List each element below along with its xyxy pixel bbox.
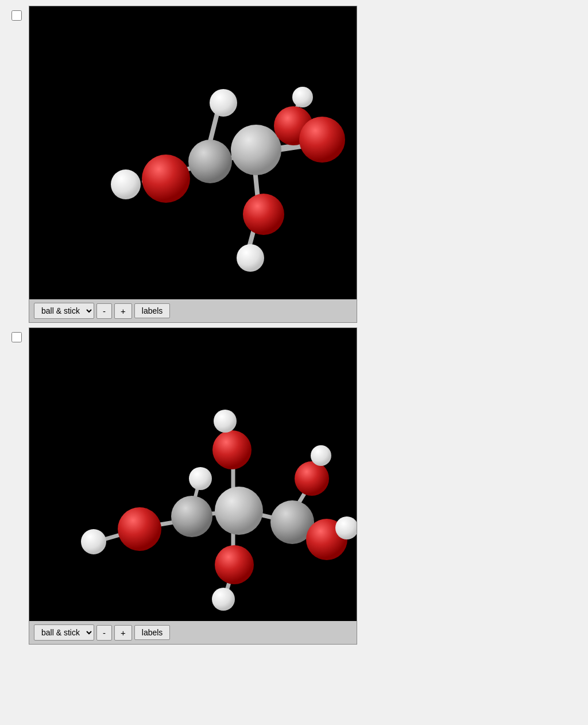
molecule-1-zoom-minus[interactable]: - — [96, 303, 112, 319]
molecule-1-controls: ball & stick spacefill stick wireframe -… — [29, 299, 357, 322]
svg-point-35 — [215, 487, 263, 535]
molecule-2-controls: ball & stick spacefill stick wireframe -… — [29, 621, 357, 644]
svg-point-32 — [118, 507, 161, 551]
molecule-1-checkbox[interactable] — [11, 10, 22, 21]
svg-point-43 — [295, 461, 329, 496]
molecule-card-2: ball & stick spacefill stick wireframe -… — [11, 327, 431, 645]
molecule-2-checkbox[interactable] — [11, 332, 22, 342]
svg-point-11 — [210, 89, 237, 117]
svg-point-39 — [212, 588, 235, 611]
molecule-2-canvas — [29, 328, 357, 621]
molecule-1-viewer: ball & stick spacefill stick wireframe -… — [29, 6, 357, 323]
molecule-2-zoom-plus[interactable]: + — [114, 625, 132, 641]
svg-point-38 — [215, 545, 254, 584]
molecule-1-labels-button[interactable]: labels — [134, 303, 171, 318]
molecule-1-canvas — [29, 6, 357, 299]
molecule-2-viewer: ball & stick spacefill stick wireframe -… — [29, 327, 357, 645]
molecule-card-1: ball & stick spacefill stick wireframe -… — [11, 6, 431, 323]
molecule-2-zoom-minus[interactable]: - — [96, 625, 112, 641]
molecule-1-style-select[interactable]: ball & stick spacefill stick wireframe — [34, 303, 94, 319]
molecule-1-zoom-plus[interactable]: + — [114, 303, 132, 319]
svg-point-37 — [214, 410, 237, 433]
svg-point-34 — [189, 467, 212, 490]
svg-point-36 — [212, 430, 252, 469]
svg-point-10 — [188, 140, 232, 183]
svg-point-9 — [142, 155, 190, 203]
svg-point-31 — [81, 529, 106, 554]
svg-point-12 — [231, 125, 281, 175]
svg-point-44 — [311, 445, 331, 466]
molecule-2-style-select[interactable]: ball & stick spacefill stick wireframe — [34, 624, 94, 641]
svg-point-16 — [243, 194, 284, 235]
svg-point-8 — [111, 169, 141, 199]
svg-point-17 — [237, 244, 264, 272]
svg-point-14 — [292, 87, 313, 107]
svg-point-15 — [299, 117, 345, 163]
molecule-2-labels-button[interactable]: labels — [134, 625, 171, 640]
svg-point-33 — [171, 496, 212, 537]
